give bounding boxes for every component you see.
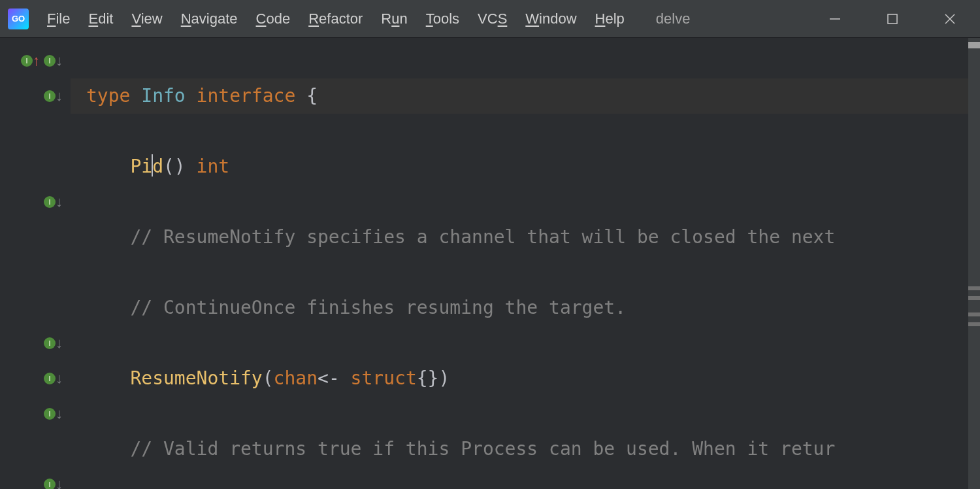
scrollbar-mark[interactable] <box>968 322 980 326</box>
implemented-marker-icon[interactable]: I <box>44 408 56 420</box>
maximize-button[interactable] <box>883 10 902 28</box>
close-button[interactable] <box>941 10 959 28</box>
code-line[interactable]: // ResumeNotify specifies a channel that… <box>86 220 968 255</box>
scrollbar-error-stripe[interactable] <box>968 42 980 48</box>
scrollbar-mark[interactable] <box>968 286 980 290</box>
project-name-label: delve <box>656 10 691 27</box>
menu-navigate[interactable]: Navigate <box>181 10 238 27</box>
code-editor[interactable]: type Info interface { Pid() int // Resum… <box>71 38 968 489</box>
gutter[interactable]: I↑I↓ I↓ I↓ I↓ I↓ I↓ I↓ <box>0 38 71 489</box>
implemented-marker-icon[interactable]: I <box>44 55 56 67</box>
arrow-down-icon: ↓ <box>56 405 63 422</box>
menu-help[interactable]: Help <box>595 10 625 27</box>
implemented-marker-icon[interactable]: I <box>44 90 56 102</box>
code-line[interactable]: type Info interface { <box>71 78 968 114</box>
main-menu: File Edit View Navigate Code Refactor Ru… <box>47 10 625 27</box>
menu-tools[interactable]: Tools <box>426 10 459 27</box>
menu-refactor[interactable]: Refactor <box>308 10 363 27</box>
menu-code[interactable]: Code <box>256 10 291 27</box>
arrow-down-icon: ↓ <box>56 370 63 387</box>
minimize-button[interactable] <box>826 10 844 28</box>
implemented-marker-icon[interactable]: I <box>44 196 56 208</box>
arrow-down-icon: ↓ <box>56 335 63 352</box>
code-line[interactable]: // Valid returns true if this Process ca… <box>86 431 968 467</box>
editor-area: I↑I↓ I↓ I↓ I↓ I↓ I↓ I↓ type Info interfa… <box>0 38 980 489</box>
menu-window[interactable]: Window <box>525 10 576 27</box>
menu-vcs[interactable]: VCS <box>478 10 507 27</box>
vertical-scrollbar[interactable] <box>968 38 980 489</box>
titlebar: GO File Edit View Navigate Code Refactor… <box>0 0 980 38</box>
code-line[interactable]: ResumeNotify(chan<- struct{}) <box>86 361 968 396</box>
implemented-marker-icon[interactable]: I <box>44 373 56 384</box>
implemented-marker-icon[interactable]: I <box>44 479 56 489</box>
svg-rect-1 <box>888 14 897 24</box>
arrow-down-icon: ↓ <box>56 88 63 105</box>
code-line[interactable]: // ContinueOnce finishes resuming the ta… <box>86 290 968 326</box>
window-controls <box>826 10 972 28</box>
menu-file[interactable]: File <box>47 10 70 27</box>
implements-marker-icon[interactable]: I <box>21 55 33 67</box>
menu-edit[interactable]: Edit <box>88 10 113 27</box>
arrow-down-icon: ↓ <box>56 52 63 69</box>
scrollbar-mark[interactable] <box>968 296 980 300</box>
implemented-marker-icon[interactable]: I <box>44 337 56 349</box>
arrow-down-icon: ↓ <box>56 194 63 211</box>
scrollbar-mark[interactable] <box>968 312 980 316</box>
menu-view[interactable]: View <box>131 10 162 27</box>
code-line[interactable]: Pid() int <box>86 149 968 184</box>
app-icon: GO <box>8 8 29 29</box>
menu-run[interactable]: Run <box>381 10 407 27</box>
arrow-up-icon: ↑ <box>33 52 40 69</box>
arrow-down-icon: ↓ <box>56 476 63 489</box>
